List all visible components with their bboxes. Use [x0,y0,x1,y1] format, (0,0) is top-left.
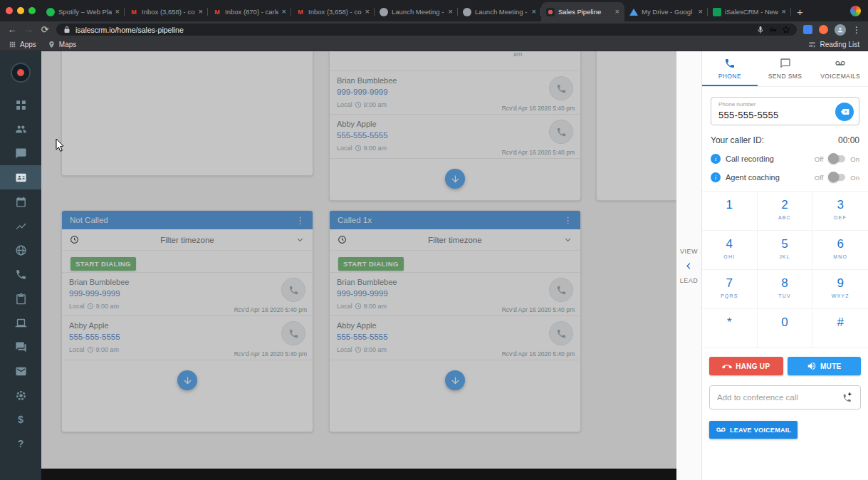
lead-call-avatar[interactable] [549,321,573,345]
bookmark-maps[interactable]: Maps [48,41,76,48]
lead-phone-link[interactable]: 555-555-5555 [337,333,388,341]
tab-close-icon[interactable]: × [615,8,619,16]
tab-sales-pipeline[interactable]: Sales Pipeline × [541,2,624,21]
tab-meeting-2[interactable]: Launch Meeting - × [458,2,541,21]
lead-phone-link[interactable]: 999-999-9999 [337,289,388,298]
extension-blue-icon[interactable] [803,25,812,34]
lead-phone-link[interactable]: 999-999-9999 [337,88,388,96]
tab-inbox-3[interactable]: M Inbox (3,658) - co × [291,2,375,21]
column-header[interactable]: Not Called ⋮ [62,211,313,229]
dialpad-key-3[interactable]: 3DEF [812,192,868,231]
dialpad-key-1[interactable]: 1 [702,192,758,231]
tab-phone[interactable]: PHONE [702,51,758,86]
conference-call-input[interactable]: Add to conference call [709,385,861,409]
hang-up-button[interactable]: HANG UP [709,357,783,375]
browser-profile-icon[interactable] [850,6,861,16]
scroll-down-button[interactable] [445,169,465,189]
view-lead-collapse-rail[interactable]: VIEW LEAD [676,51,701,480]
mic-icon[interactable] [756,26,765,34]
dialpad-key-2[interactable]: 2ABC [758,192,813,231]
dialpad-key-star[interactable]: * [702,309,758,348]
lead-card[interactable]: Brian Bumblebee 999-999-9999 Local 9:00 … [62,272,313,316]
sidebar-item-tasks[interactable] [0,286,41,311]
add-call-icon[interactable] [842,392,853,403]
column-header[interactable]: Called 1x ⋮ [330,211,580,229]
tab-close-icon[interactable]: × [782,8,786,16]
window-minimize-button[interactable] [17,7,24,14]
mute-button[interactable]: MUTE [788,357,862,375]
lead-call-avatar[interactable] [281,321,305,345]
tab-meeting-1[interactable]: Launch Meeting - × [375,2,458,21]
reading-list-button[interactable]: Reading List [808,41,859,48]
sidebar-item-messages[interactable] [0,335,41,359]
lead-call-avatar[interactable] [281,278,305,302]
tab-close-icon[interactable]: × [199,8,203,16]
sidebar-item-calendar[interactable] [0,189,41,214]
lead-call-avatar[interactable] [549,120,573,144]
lead-card[interactable]: Abby Apple 555-555-5555 Local 9:00 am Rc… [330,316,580,360]
dialpad-key-pound[interactable]: # [812,309,868,348]
tab-close-icon[interactable]: × [449,8,453,16]
crm-logo[interactable] [11,63,31,83]
call-recording-toggle[interactable] [828,155,845,162]
forward-icon[interactable]: → [23,25,33,34]
phone-number-field[interactable]: Phone number 555-555-5555 [711,97,859,125]
info-icon[interactable]: i [711,154,721,164]
url-text[interactable]: isalescrm.io/home/sales-pipeline [75,26,752,34]
scroll-down-button[interactable] [445,370,465,390]
phone-number-value[interactable]: 555-555-5555 [718,110,779,120]
sidebar-item-dashboard[interactable] [0,93,41,117]
dialpad-key-5[interactable]: 5JKL [758,231,813,270]
bookmark-apps[interactable]: Apps [9,41,36,48]
chevron-left-icon[interactable] [684,261,694,271]
tab-send-sms[interactable]: SEND SMS [758,51,813,86]
sidebar-item-devices[interactable] [0,311,41,335]
start-dialing-button[interactable]: START DIALING [70,257,136,271]
sidebar-item-contacts[interactable] [0,117,41,141]
start-dialing-button[interactable]: START DIALING [338,257,404,271]
sidebar-item-settings[interactable] [0,383,41,407]
dialpad-key-8[interactable]: 8TUV [758,270,813,309]
sidebar-item-chat[interactable] [0,141,41,165]
sidebar-item-web[interactable] [0,238,41,262]
password-key-icon[interactable] [769,26,778,34]
window-maximize-button[interactable] [28,7,36,14]
sidebar-item-help[interactable]: ? [0,432,41,456]
dialpad-key-7[interactable]: 7PQRS [702,270,758,309]
new-tab-button[interactable]: + [791,6,809,18]
dialpad-key-9[interactable]: 9WXYZ [812,270,868,309]
lead-phone-link[interactable]: 555-555-5555 [69,333,120,341]
tab-inbox-1[interactable]: M Inbox (3,658) - co × [125,2,208,21]
back-icon[interactable]: ← [7,25,17,34]
tab-close-icon[interactable]: × [115,8,120,16]
timezone-filter-dropdown[interactable]: Filter timezone [330,229,580,251]
dialpad-key-0[interactable]: 0 [758,309,813,348]
tab-close-icon[interactable]: × [282,8,286,16]
extension-orange-icon[interactable] [819,25,828,34]
dialpad-key-6[interactable]: 6MNO [812,231,868,270]
window-close-button[interactable] [6,7,13,14]
timezone-filter-dropdown[interactable]: Filter timezone [62,229,313,251]
tab-inbox-2[interactable]: M Inbox (870) - carle × [208,2,291,21]
column-menu-kebab-icon[interactable]: ⋮ [296,216,305,225]
tab-close-icon[interactable]: × [365,8,370,16]
leave-voicemail-button[interactable]: LEAVE VOICEMAIL [709,421,798,439]
tab-close-icon[interactable]: × [532,8,536,16]
bookmark-star-icon[interactable] [782,26,790,34]
sidebar-item-analytics[interactable] [0,214,41,238]
lead-phone-link[interactable]: 999-999-9999 [69,289,120,298]
lead-call-avatar[interactable] [549,76,573,100]
sidebar-item-phone[interactable] [0,262,41,286]
tab-spotify[interactable]: Spotify – Web Play × [41,2,125,21]
profile-avatar[interactable] [835,24,846,36]
tab-my-drive[interactable]: My Drive - Googl × [624,2,708,21]
reload-icon[interactable]: ⟳ [40,25,50,34]
sidebar-item-leads[interactable] [0,165,41,189]
lead-card[interactable]: Abby Apple 555-555-5555 Local 9:00 am Rc… [62,316,313,360]
tab-close-icon[interactable]: × [699,8,703,16]
tab-isalescrm-new[interactable]: iSalesCRM - New × [708,2,791,21]
tab-voicemails[interactable]: VOICEMAILS [812,51,868,86]
sidebar-item-mail[interactable] [0,359,41,383]
browser-menu-kebab-icon[interactable]: ⋮ [852,26,861,34]
info-icon[interactable]: i [711,172,721,182]
